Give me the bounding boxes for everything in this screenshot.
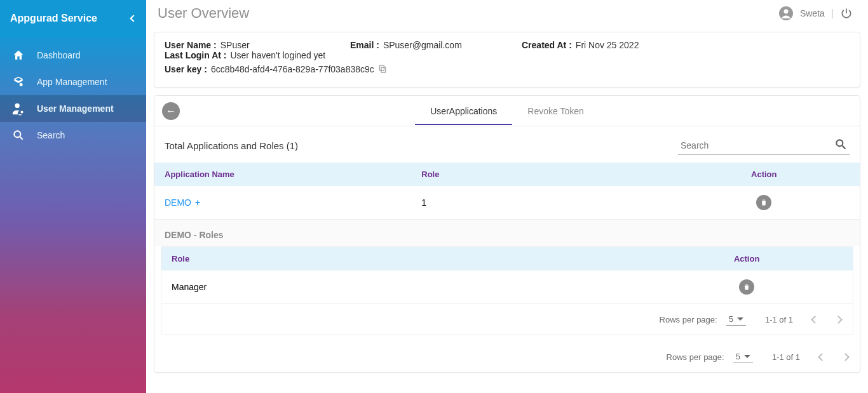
label: Email : <box>350 40 379 50</box>
caret-down-icon <box>744 355 750 358</box>
divider: | <box>831 8 834 19</box>
search-input[interactable] <box>678 137 850 155</box>
current-user-name[interactable]: Sweta <box>800 8 825 18</box>
pagination-outer: Rows per page: 5 1-1 of 1 <box>154 342 860 372</box>
copy-icon[interactable] <box>378 64 388 76</box>
plus-icon: + <box>195 197 200 208</box>
section-head: Total Applications and Roles (1) <box>154 126 860 163</box>
sub-table-row: Manager <box>161 270 853 304</box>
label: Last Login At : <box>165 50 226 60</box>
rpp-value: 5 <box>736 352 740 361</box>
sidebar-item-app-management[interactable]: App Management <box>0 69 146 95</box>
sub-col-header-role: Role <box>172 254 651 263</box>
svg-point-0 <box>15 103 20 108</box>
value: Fri Nov 25 2022 <box>576 40 639 50</box>
col-header-role: Role <box>421 170 678 179</box>
pagination-inner: Rows per page: 5 1-1 of 1 <box>161 304 853 335</box>
nav-label: Search <box>37 130 65 140</box>
svg-rect-7 <box>379 65 384 70</box>
topbar-right: Sweta | <box>778 6 853 21</box>
app-link[interactable]: DEMO + <box>165 197 200 208</box>
label: User key : <box>165 64 207 76</box>
delete-button[interactable] <box>739 279 754 295</box>
tab-revoke-token[interactable]: Revoke Token <box>512 97 599 125</box>
svg-point-8 <box>836 140 843 146</box>
svg-point-1 <box>20 110 23 113</box>
rpp-label: Rows per page: <box>660 315 717 324</box>
user-info-card: User Name : SPuser Email : SPuser@gmail.… <box>154 32 860 88</box>
chevron-left-icon[interactable] <box>130 15 137 22</box>
svg-point-5 <box>783 10 788 14</box>
tab-user-applications[interactable]: UserApplications <box>415 97 512 125</box>
role-name: Manager <box>172 282 651 292</box>
col-header-action: Action <box>679 170 850 179</box>
main: User Overview Sweta | User Name : SPuser… <box>146 0 868 393</box>
value: User haven't logined yet <box>230 50 325 60</box>
delete-button[interactable] <box>756 195 771 210</box>
info-last-login: Last Login At : User haven't logined yet <box>165 50 325 60</box>
search-icon <box>11 128 25 142</box>
info-created-at: Created At : Fri Nov 25 2022 <box>522 40 679 50</box>
trash-icon <box>743 283 750 291</box>
value: SPuser@gmail.com <box>383 40 462 50</box>
search-wrap <box>678 137 850 155</box>
home-icon <box>11 48 25 62</box>
svg-line-3 <box>20 137 23 140</box>
topbar: User Overview Sweta | <box>146 0 868 32</box>
sidebar-header: Appgurad Service <box>0 0 146 37</box>
svg-point-2 <box>14 131 20 137</box>
app-title: Appgurad Service <box>10 13 97 24</box>
svg-line-9 <box>843 146 846 149</box>
sidebar-item-search[interactable]: Search <box>0 122 146 149</box>
svg-rect-6 <box>381 67 386 72</box>
roles-sub-table: Role Action Manager Rows per page: 5 <box>161 246 853 335</box>
info-user-name: User Name : SPuser <box>165 40 325 50</box>
rpp-label: Rows per page: <box>667 352 724 362</box>
chevron-left-icon[interactable] <box>811 316 819 324</box>
nav-label: Dashboard <box>37 50 81 60</box>
app-name: DEMO <box>165 197 191 208</box>
caret-down-icon <box>737 317 743 321</box>
arrow-left-icon: ← <box>166 105 176 117</box>
sidebar-item-dashboard[interactable]: Dashboard <box>0 42 146 69</box>
back-button[interactable]: ← <box>162 102 180 120</box>
nav-label: App Management <box>37 77 107 87</box>
sub-section-title: DEMO - Roles <box>154 220 860 246</box>
value: SPuser <box>220 40 250 50</box>
tabs-row: ← UserApplications Revoke Token <box>154 96 860 126</box>
sidebar-item-user-management[interactable]: User Management <box>0 95 146 122</box>
section-title: Total Applications and Roles (1) <box>165 140 298 151</box>
content-card: ← UserApplications Revoke Token Total Ap… <box>154 95 860 373</box>
nav-list: Dashboard App Management User Management… <box>0 42 146 149</box>
label: User Name : <box>165 40 217 50</box>
user-gear-icon <box>11 102 25 116</box>
value: 6cc8b48d-afd4-476a-829a-77f03a838c9c <box>211 64 374 76</box>
info-email: Email : SPuser@gmail.com <box>350 40 496 50</box>
trash-icon <box>760 199 768 206</box>
sidebar: Appgurad Service Dashboard App Managemen… <box>0 0 146 393</box>
power-icon[interactable] <box>840 7 853 20</box>
chevron-left-icon[interactable] <box>818 353 826 361</box>
page-title: User Overview <box>158 5 249 22</box>
rpp-select[interactable]: 5 <box>733 350 753 363</box>
role-count: 1 <box>421 197 678 208</box>
table-row: DEMO + 1 <box>154 186 860 220</box>
tabs: UserApplications Revoke Token <box>415 97 599 125</box>
info-user-key: User key : 6cc8b48d-afd4-476a-829a-77f03… <box>165 64 388 76</box>
col-header-app: Application Name <box>165 170 421 179</box>
chevron-right-icon[interactable] <box>834 316 843 324</box>
sub-col-header-action: Action <box>651 254 843 263</box>
rpp-value: 5 <box>729 314 733 324</box>
label: Created At : <box>522 40 572 50</box>
chevron-right-icon[interactable] <box>841 353 850 361</box>
page-range: 1-1 of 1 <box>765 315 793 324</box>
search-icon[interactable] <box>834 138 847 153</box>
sub-table-header: Role Action <box>161 247 853 270</box>
nav-label: User Management <box>37 103 114 114</box>
page-range: 1-1 of 1 <box>772 352 800 362</box>
applications-table: Application Name Role Action DEMO + 1 <box>154 163 860 220</box>
rpp-select[interactable]: 5 <box>726 313 746 326</box>
table-header: Application Name Role Action <box>154 163 860 186</box>
avatar-icon <box>778 6 794 21</box>
cube-gear-icon <box>11 75 25 89</box>
